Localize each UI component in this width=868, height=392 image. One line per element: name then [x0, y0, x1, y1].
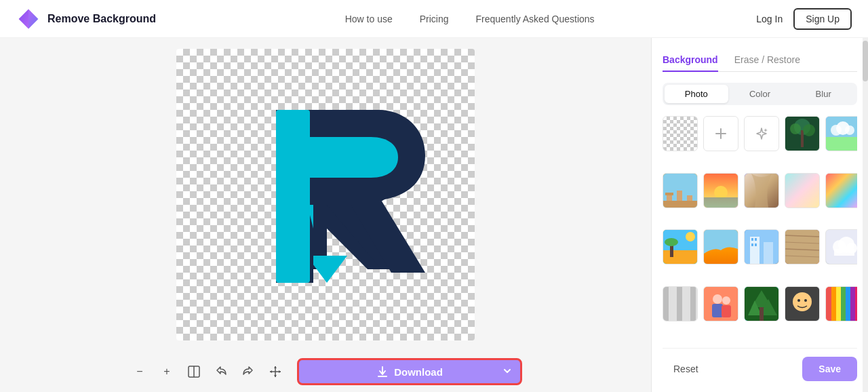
undo-button[interactable] — [210, 361, 232, 383]
svg-rect-79 — [826, 287, 831, 321]
split-icon — [188, 366, 200, 378]
svg-rect-42 — [745, 230, 778, 264]
bg-rainbow[interactable] — [825, 286, 857, 321]
bg-people[interactable] — [703, 286, 738, 321]
scrollbar-thumb[interactable] — [863, 41, 868, 81]
sub-tabs: Photo Color Blur — [663, 83, 857, 105]
svg-rect-16 — [801, 130, 804, 147]
svg-rect-29 — [663, 201, 697, 208]
svg-rect-2 — [276, 110, 310, 283]
bg-face[interactable] — [785, 286, 820, 321]
bg-beach[interactable] — [663, 229, 698, 264]
svg-rect-82 — [841, 287, 846, 321]
bg-hair[interactable] — [744, 173, 779, 208]
svg-marker-10 — [279, 370, 281, 373]
svg-rect-84 — [850, 287, 855, 321]
zoom-out-button[interactable]: − — [129, 361, 151, 383]
header-actions: Log In Sign Up — [756, 8, 852, 30]
bg-building[interactable] — [744, 229, 779, 264]
svg-rect-47 — [751, 243, 753, 246]
tab-erase-restore[interactable]: Erase / Restore — [734, 49, 800, 72]
svg-point-78 — [804, 299, 807, 302]
undo-icon — [215, 366, 227, 378]
svg-point-77 — [797, 299, 800, 302]
svg-rect-74 — [760, 307, 764, 321]
svg-marker-9 — [270, 370, 272, 373]
bg-cloud[interactable] — [825, 229, 857, 264]
svg-rect-26 — [665, 193, 673, 195]
svg-point-38 — [686, 232, 695, 241]
split-view-button[interactable] — [183, 361, 205, 383]
svg-point-68 — [722, 296, 730, 305]
download-label: Download — [394, 366, 443, 378]
bg-add-button[interactable] — [703, 116, 738, 151]
image-preview — [176, 49, 475, 340]
svg-point-40 — [665, 238, 678, 246]
redo-button[interactable] — [237, 361, 259, 383]
login-button[interactable]: Log In — [756, 14, 783, 24]
sub-tab-photo[interactable]: Photo — [665, 85, 728, 103]
r-logo-container — [245, 79, 435, 310]
nav-how-to-use[interactable]: How to use — [345, 14, 393, 24]
canvas-area: − + — [0, 38, 651, 392]
save-button[interactable]: Save — [802, 357, 857, 381]
svg-point-17 — [790, 123, 801, 134]
bg-curtain[interactable] — [663, 286, 698, 321]
logo-icon — [16, 7, 41, 31]
signup-button[interactable]: Sign Up — [793, 8, 852, 30]
bottom-actions: Reset Save — [663, 348, 857, 381]
sub-tab-blur[interactable]: Blur — [791, 85, 855, 103]
main-tabs: Background Erase / Restore — [663, 49, 857, 72]
download-button[interactable]: Download — [297, 358, 522, 385]
logo-area[interactable]: Remove Background — [16, 7, 156, 31]
zoom-in-button[interactable]: + — [156, 361, 178, 383]
bottom-bar: − + — [0, 351, 651, 392]
move-button[interactable] — [264, 361, 286, 383]
bg-palm[interactable] — [785, 116, 820, 151]
svg-rect-61 — [670, 287, 675, 321]
bg-transparent[interactable] — [663, 116, 698, 151]
download-area: Download — [297, 358, 522, 385]
svg-rect-62 — [677, 287, 682, 321]
header: Remove Background How to use Pricing Fre… — [0, 0, 868, 38]
svg-rect-64 — [690, 287, 696, 321]
bg-gradient2[interactable] — [825, 173, 857, 208]
svg-rect-44 — [764, 242, 773, 264]
svg-rect-63 — [684, 287, 689, 321]
svg-rect-45 — [751, 238, 753, 241]
bg-ai-button[interactable] — [744, 116, 779, 151]
reset-button[interactable]: Reset — [663, 358, 709, 380]
bg-gradient1[interactable] — [785, 173, 820, 208]
svg-marker-8 — [274, 375, 277, 377]
svg-rect-46 — [755, 238, 757, 241]
redo-icon — [242, 366, 254, 378]
svg-rect-81 — [836, 287, 841, 321]
svg-rect-34 — [785, 174, 819, 208]
svg-rect-67 — [712, 304, 723, 317]
bg-sky[interactable] — [825, 116, 857, 151]
svg-point-66 — [713, 294, 722, 304]
svg-rect-60 — [663, 287, 669, 321]
main-content: − + — [0, 38, 868, 392]
bg-sunset[interactable] — [703, 173, 738, 208]
svg-rect-49 — [785, 230, 819, 264]
svg-rect-37 — [663, 250, 697, 264]
right-panel: Background Erase / Restore Photo Color B… — [651, 38, 868, 392]
bg-ruins[interactable] — [663, 173, 698, 208]
bg-wood[interactable] — [785, 229, 820, 264]
background-grid — [663, 116, 857, 337]
sub-tab-color[interactable]: Color — [728, 85, 792, 103]
svg-rect-32 — [704, 197, 738, 208]
svg-rect-85 — [855, 287, 857, 321]
chevron-down-icon — [502, 366, 512, 378]
bg-desert[interactable] — [703, 229, 738, 264]
svg-point-18 — [803, 124, 815, 136]
logo-text: Remove Background — [47, 13, 156, 25]
move-icon — [269, 366, 281, 378]
bg-forest[interactable] — [744, 286, 779, 321]
nav-pricing[interactable]: Pricing — [420, 14, 449, 24]
zoom-toolbar: − + — [129, 361, 286, 383]
r-logo-svg — [245, 79, 435, 310]
tab-background[interactable]: Background — [663, 49, 718, 72]
nav-faq[interactable]: Frequently Asked Questions — [476, 14, 595, 24]
